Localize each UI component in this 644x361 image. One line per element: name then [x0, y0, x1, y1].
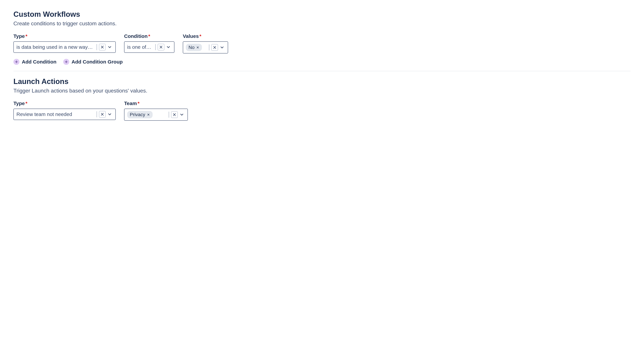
plus-icon: [63, 59, 69, 65]
clear-icon[interactable]: [158, 44, 164, 50]
required-indicator: *: [138, 101, 140, 106]
chevron-down-icon[interactable]: [165, 44, 172, 50]
team-chip: Privacy: [127, 111, 152, 118]
workflows-condition-select[interactable]: is one of…: [124, 41, 174, 53]
select-controls: [208, 44, 225, 51]
add-condition-label: Add Condition: [22, 59, 56, 65]
workflows-conditions-row: Type* is data being used in a new way?… …: [14, 33, 630, 53]
workflows-type-select[interactable]: is data being used in a new way?…: [14, 41, 116, 53]
chevron-down-icon[interactable]: [107, 111, 113, 117]
workflows-values-field: Values* No: [183, 33, 228, 53]
select-controls: [96, 111, 113, 118]
divider: [96, 44, 97, 50]
value-chip: No: [186, 44, 202, 51]
required-indicator: *: [26, 33, 28, 39]
launch-type-select[interactable]: Review team not needed: [14, 109, 116, 120]
required-indicator: *: [200, 33, 202, 39]
workflows-subtitle: Create conditions to trigger custom acti…: [14, 20, 630, 27]
chip-remove-icon[interactable]: [147, 113, 150, 116]
workflows-title: Custom Workflows: [14, 10, 630, 18]
select-controls: [154, 44, 172, 50]
workflows-values-label: Values*: [183, 33, 228, 39]
required-indicator: *: [26, 101, 28, 106]
launch-subtitle: Trigger Launch actions based on your que…: [14, 88, 630, 94]
add-condition-row: Add Condition Add Condition Group: [14, 59, 630, 65]
divider: [169, 112, 169, 118]
workflows-condition-field: Condition* is one of…: [124, 33, 174, 53]
clear-icon[interactable]: [171, 111, 178, 118]
workflows-type-value: is data being used in a new way?…: [16, 44, 94, 50]
select-controls: [168, 111, 185, 118]
chevron-down-icon[interactable]: [107, 44, 113, 50]
workflows-type-field: Type* is data being used in a new way?…: [14, 33, 116, 53]
launch-title: Launch Actions: [14, 77, 630, 86]
launch-type-value: Review team not needed: [16, 111, 94, 117]
launch-fields-row: Type* Review team not needed Team* Priva…: [14, 101, 630, 121]
launch-team-select[interactable]: Privacy: [124, 109, 188, 121]
divider: [209, 44, 209, 50]
launch-team-field: Team* Privacy: [124, 101, 188, 121]
chip-label: Privacy: [130, 112, 145, 117]
add-condition-button[interactable]: Add Condition: [14, 59, 56, 65]
launch-type-field: Type* Review team not needed: [14, 101, 116, 120]
chip-label: No: [188, 45, 194, 50]
workflows-values-select[interactable]: No: [183, 41, 228, 53]
add-condition-group-button[interactable]: Add Condition Group: [63, 59, 123, 65]
clear-icon[interactable]: [211, 44, 218, 51]
add-condition-group-label: Add Condition Group: [72, 59, 123, 65]
section-divider: [14, 71, 630, 71]
launch-type-label: Type*: [14, 101, 116, 106]
divider: [96, 111, 97, 117]
chevron-down-icon[interactable]: [179, 112, 185, 118]
workflows-condition-value: is one of…: [127, 44, 152, 50]
chip-remove-icon[interactable]: [196, 46, 199, 49]
required-indicator: *: [148, 33, 150, 39]
workflows-type-label: Type*: [14, 33, 116, 39]
divider: [155, 44, 156, 50]
select-controls: [96, 44, 113, 50]
plus-icon: [14, 59, 20, 65]
chevron-down-icon[interactable]: [219, 44, 225, 50]
workflows-condition-label: Condition*: [124, 33, 174, 39]
clear-icon[interactable]: [99, 111, 106, 118]
launch-team-label: Team*: [124, 101, 188, 106]
clear-icon[interactable]: [99, 44, 106, 50]
